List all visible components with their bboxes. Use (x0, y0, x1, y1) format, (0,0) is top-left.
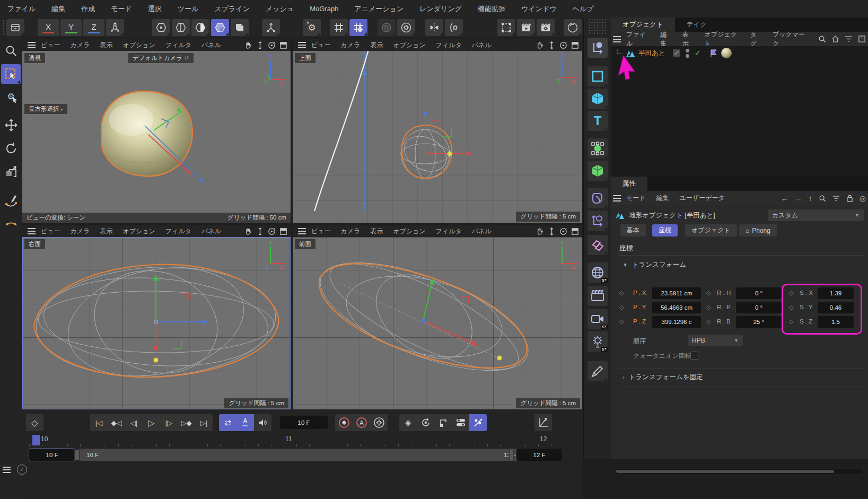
render-region-button[interactable] (497, 19, 515, 36)
goto-start-button[interactable]: |◁ (90, 414, 108, 431)
vp-menu-item-5[interactable]: パネル (472, 41, 492, 50)
toggle-view-icon[interactable] (571, 41, 579, 49)
om-menu-item-4[interactable]: タグ (750, 30, 762, 48)
deformer-button[interactable] (588, 188, 608, 208)
main-menu-item-3[interactable]: モード (111, 4, 132, 14)
object-name[interactable]: 半田あと (638, 49, 665, 58)
goto-end-button[interactable]: ▷| (195, 414, 213, 431)
motext-button[interactable]: T (588, 111, 608, 131)
enabled-check-icon[interactable]: ✓ (695, 48, 702, 58)
vp-menu-item-3[interactable]: オプション (393, 41, 425, 50)
viewport-perspective[interactable]: ビューカメラ表示オプションフィルタパネル (22, 39, 291, 223)
attr-menu-item-0[interactable]: モード (626, 194, 646, 203)
pan-hand-icon[interactable] (244, 227, 252, 235)
hamburger-icon[interactable] (28, 231, 36, 232)
light-object-button[interactable]: ST (588, 331, 608, 352)
main-menu-item-2[interactable]: 作成 (81, 4, 95, 14)
main-menu-item-9[interactable]: アニメーション (354, 4, 404, 14)
main-menu-item-6[interactable]: スプライン (214, 4, 250, 14)
back-icon[interactable]: ← (781, 194, 788, 203)
main-menu-item-11[interactable]: 機能拡張 (478, 4, 505, 14)
key-diamond-icon[interactable]: ◇ (706, 290, 711, 296)
next-frame-button[interactable]: |▷ (160, 414, 178, 431)
main-menu-item-7[interactable]: メッシュ (266, 4, 294, 14)
record-keyframe-button[interactable] (335, 414, 353, 431)
vp-menu-item-2[interactable]: 表示 (370, 41, 383, 50)
tweak-settings-button[interactable] (445, 19, 463, 36)
range-start-field[interactable]: 10 F (29, 449, 75, 461)
rb-value-field[interactable]: 25 ° (736, 316, 782, 328)
pivot-edit-button[interactable] (588, 38, 608, 58)
viewport-top[interactable]: ビューカメラ表示オプションフィルタパネル (293, 39, 582, 223)
pz-value-field[interactable]: 399.1296 c (652, 316, 701, 328)
range-end-handle[interactable] (508, 450, 514, 460)
tab-object[interactable]: オブジェクト (685, 224, 737, 237)
rotate-view-icon[interactable] (559, 227, 567, 235)
open-timeline-button[interactable] (534, 414, 552, 431)
key-rotation-button[interactable] (417, 414, 434, 431)
transform-group-header[interactable]: ▼トランスフォーム (622, 260, 686, 269)
move-tool[interactable] (1, 115, 21, 135)
mirror-button[interactable] (425, 19, 443, 36)
toggle-view-icon[interactable] (279, 227, 287, 235)
next-key-button[interactable]: ▷◆ (178, 414, 195, 431)
render-view-button[interactable] (517, 19, 535, 36)
scale-tool[interactable] (1, 162, 21, 181)
autokey-toggle-button[interactable]: A (353, 414, 370, 431)
key-diamond-icon[interactable]: ◇ (619, 290, 624, 296)
key-diamond-icon[interactable]: ◇ (619, 304, 624, 311)
rh-value-field[interactable]: 0 ° (736, 287, 782, 299)
field-generator-button[interactable] (588, 138, 608, 159)
vp-menu-item-4[interactable]: フィルタ (165, 41, 191, 50)
edges-mode-button[interactable] (172, 19, 190, 36)
lock-y-axis-button[interactable]: Y (60, 19, 82, 36)
zoom-move-icon[interactable] (548, 41, 556, 49)
search-icon[interactable] (818, 35, 826, 43)
current-frame-field[interactable]: 10 F (280, 416, 328, 429)
search-commander-button[interactable] (1, 41, 21, 60)
target-icon[interactable]: ◎ (860, 194, 866, 203)
om-menu-item-2[interactable]: 表示 (682, 30, 694, 48)
range-start-handle[interactable] (74, 450, 80, 460)
vp-menu-item-0[interactable]: ビュー (41, 227, 60, 236)
lock-x-axis-button[interactable]: X (38, 19, 59, 36)
cube-primitive-button[interactable] (588, 89, 608, 109)
rotate-view-icon[interactable] (559, 41, 567, 49)
prev-frame-button[interactable]: ◁| (125, 414, 143, 431)
key-diamond-icon[interactable]: ◇ (789, 290, 793, 296)
object-list[interactable]: 半田あと ✓ (611, 46, 868, 177)
sx-value-field[interactable]: 1.39 (818, 287, 854, 299)
sz-value-field[interactable]: 1.5 (818, 316, 854, 328)
main-menu-item-12[interactable]: ウインドウ (521, 4, 557, 14)
autokey-display-button[interactable]: A▪▪▪ (236, 414, 254, 431)
material-thumbnail[interactable] (721, 48, 732, 58)
rectangle-selection-tool[interactable] (1, 64, 21, 84)
spline-primitive-button[interactable] (588, 66, 608, 86)
viewport-front[interactable]: ビューカメラ表示オプションフィルタパネル (293, 225, 582, 409)
falloff-button[interactable] (378, 19, 396, 36)
palette-grip[interactable] (588, 19, 607, 34)
texture-mode-button[interactable] (231, 19, 249, 36)
vp-menu-item-0[interactable]: ビュー (311, 41, 331, 50)
range-slider[interactable]: 10 F 12 F (79, 449, 523, 461)
filter-icon[interactable] (845, 36, 853, 42)
om-menu-item-5[interactable]: ブックマーク (773, 30, 808, 48)
vp-menu-item-2[interactable]: 表示 (370, 227, 383, 236)
status-menu-icon[interactable] (3, 469, 11, 470)
vp-menu-item-0[interactable]: ビュー (41, 41, 60, 50)
attr-menu-item-2[interactable]: ユーザーデータ (680, 194, 725, 203)
render-settings-button[interactable] (537, 19, 555, 36)
order-dropdown[interactable]: HPB▼ (688, 335, 743, 346)
tab-phong[interactable]: ⌂Phong (739, 224, 777, 237)
viewport-perspective-canvas[interactable]: 透視 デフォルトカメラ ↺ 長方形選択 ▸ Z X Y ビューの変換: シーン … (22, 51, 291, 223)
zoom-move-icon[interactable] (548, 227, 556, 235)
key-diamond-icon[interactable]: ◇ (706, 304, 711, 311)
freeze-group-header[interactable]: ›トランスフォームを固定 (622, 373, 703, 382)
keying-settings-button[interactable] (370, 414, 388, 431)
model-mode-button[interactable] (211, 19, 229, 36)
tab-coordinates[interactable]: 座標 (652, 224, 678, 237)
keyframe-button[interactable]: ◇ (26, 414, 43, 431)
snap-settings-button[interactable]: ⚙ (303, 19, 321, 36)
up-icon[interactable]: ↑ (809, 194, 812, 203)
sound-button[interactable] (254, 414, 271, 431)
